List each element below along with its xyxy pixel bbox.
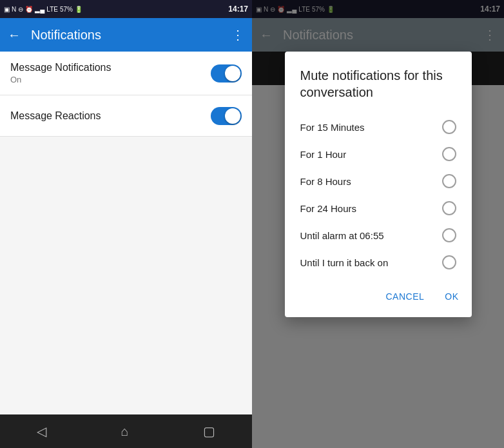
option-1-hour-radio[interactable] (442, 147, 456, 161)
option-turn-back-on-radio[interactable] (442, 255, 456, 269)
option-24-hours-label: For 24 Hours (300, 203, 357, 214)
message-reactions-item[interactable]: Message Reactions (0, 95, 252, 137)
alarm-icon: ⏰ (25, 6, 33, 13)
dnd-icon: ⊖ (18, 6, 23, 13)
left-status-left: ▣ N ⊖ ⏰ ▂▄ LTE 57% 🔋 (4, 6, 82, 13)
nfc-icon: N (12, 6, 16, 13)
option-turn-back-on-label: Until I turn it back on (300, 257, 389, 268)
left-time: 14:17 (228, 5, 248, 14)
option-15-minutes[interactable]: For 15 Minutes (285, 113, 472, 141)
left-app-bar: ← Notifications ⋮ (0, 18, 252, 52)
message-reactions-title: Message Reactions (10, 110, 211, 122)
right-panel: ▣ N ⊖ ⏰ ▂▄ LTE 57% 🔋 14:17 ← Notificatio… (252, 0, 504, 448)
option-8-hours-label: For 8 Hours (300, 176, 351, 187)
message-notifications-item[interactable]: Message Notifications On (0, 52, 252, 95)
mute-dialog: Mute notifications for this conversation… (285, 52, 472, 317)
option-until-alarm[interactable]: Until alarm at 06:55 (285, 222, 472, 249)
option-15-minutes-radio[interactable] (442, 120, 456, 134)
option-8-hours-radio[interactable] (442, 174, 456, 188)
message-notifications-title: Message Notifications (10, 62, 211, 73)
message-reactions-toggle[interactable] (211, 107, 242, 125)
left-app-title: Notifications (31, 28, 221, 43)
left-back-nav-icon[interactable]: ◁ (37, 424, 46, 439)
cancel-button[interactable]: CANCEL (378, 286, 432, 307)
left-panel: ▣ N ⊖ ⏰ ▂▄ LTE 57% 🔋 14:17 ← Notificatio… (0, 0, 252, 448)
option-15-minutes-label: For 15 Minutes (300, 122, 365, 133)
dialog-overlay: Mute notifications for this conversation… (252, 0, 504, 448)
lte-icon: LTE (46, 6, 58, 13)
left-content: Message Notifications On Message Reactio… (0, 52, 252, 414)
left-bottom-nav: ◁ ⌂ ▢ (0, 414, 252, 448)
left-status-time: 14:17 (228, 5, 248, 14)
sim-icon: ▣ (4, 6, 10, 13)
battery-icon: 🔋 (75, 6, 82, 13)
signal-icon: ▂▄ (35, 6, 44, 13)
message-notifications-toggle[interactable] (211, 64, 242, 83)
option-24-hours-radio[interactable] (442, 201, 456, 215)
option-8-hours[interactable]: For 8 Hours (285, 168, 472, 195)
ok-button[interactable]: OK (437, 286, 466, 307)
dialog-actions: CANCEL OK (285, 276, 472, 312)
left-back-button[interactable]: ← (8, 28, 21, 43)
left-status-bar: ▣ N ⊖ ⏰ ▂▄ LTE 57% 🔋 14:17 (0, 0, 252, 18)
left-home-nav-icon[interactable]: ⌂ (121, 424, 128, 439)
message-reactions-text: Message Reactions (10, 110, 211, 122)
left-recents-nav-icon[interactable]: ▢ (203, 424, 215, 439)
message-notifications-text: Message Notifications On (10, 62, 211, 84)
option-until-alarm-label: Until alarm at 06:55 (300, 230, 384, 241)
battery-text: 57% (60, 6, 73, 13)
option-24-hours[interactable]: For 24 Hours (285, 195, 472, 222)
option-turn-back-on[interactable]: Until I turn it back on (285, 249, 472, 276)
option-1-hour-label: For 1 Hour (300, 149, 347, 160)
option-1-hour[interactable]: For 1 Hour (285, 141, 472, 168)
option-until-alarm-radio[interactable] (442, 228, 456, 242)
dialog-title: Mute notifications for this conversation (285, 67, 472, 113)
message-notifications-subtitle: On (10, 75, 211, 84)
left-more-button[interactable]: ⋮ (231, 27, 244, 43)
